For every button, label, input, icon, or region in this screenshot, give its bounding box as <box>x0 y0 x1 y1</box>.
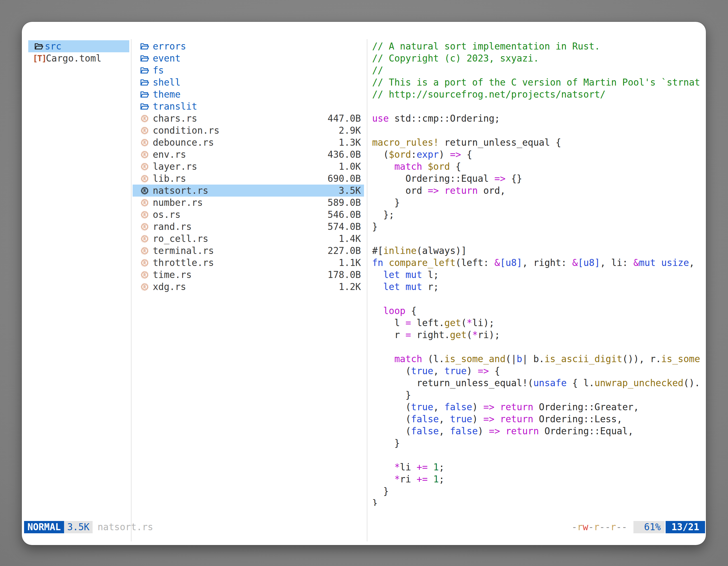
svg-text:R: R <box>143 236 146 241</box>
file-row-terminal.rs[interactable]: Rterminal.rs227.0B <box>133 245 364 257</box>
file-row-ro_cell.rs[interactable]: Rro_cell.rs1.4K <box>133 233 364 245</box>
svg-text:R: R <box>143 200 146 205</box>
file-name: theme <box>153 88 180 100</box>
file-size: 436.0B <box>328 149 361 161</box>
file-size: 690.0B <box>328 173 361 185</box>
file-name: xdg.rs <box>153 281 186 293</box>
file-size: 546.0B <box>328 209 361 221</box>
svg-text:R: R <box>143 128 146 133</box>
svg-text:R: R <box>143 261 146 266</box>
file-row-time.rs[interactable]: Rtime.rs178.0B <box>133 269 364 281</box>
file-name: fs <box>153 64 164 76</box>
file-row-os.rs[interactable]: Ros.rs546.0B <box>133 209 364 221</box>
svg-text:R: R <box>143 188 146 193</box>
file-row-lib.rs[interactable]: Rlib.rs690.0B <box>133 173 364 185</box>
parent-row-src[interactable]: src <box>28 40 129 52</box>
file-row-errors[interactable]: errors <box>133 40 364 52</box>
panel-separator <box>131 39 131 541</box>
file-name: number.rs <box>153 197 203 209</box>
svg-text:R: R <box>143 152 146 157</box>
file-size: 1.4K <box>339 233 361 245</box>
status-bar: NORMAL 3.5K natsort.rs -rw-r--r-- 61% 13… <box>24 521 705 533</box>
file-name: env.rs <box>153 149 186 161</box>
file-name: rand.rs <box>153 221 192 233</box>
svg-text:R: R <box>143 273 146 278</box>
folder-open-icon <box>140 54 149 63</box>
file-row-debounce.rs[interactable]: Rdebounce.rs1.3K <box>133 137 364 149</box>
file-name: debounce.rs <box>153 137 214 149</box>
svg-text:R: R <box>143 164 146 169</box>
file-name: errors <box>153 40 186 52</box>
cursor-position: 13/21 <box>666 521 705 533</box>
rust-icon: R <box>140 246 149 256</box>
svg-text:R: R <box>143 176 146 181</box>
file-row-event[interactable]: event <box>133 52 364 64</box>
selected-file-size: 3.5K <box>64 521 92 533</box>
svg-text:R: R <box>143 116 146 121</box>
rust-icon: R <box>140 258 149 268</box>
rust-icon: R <box>140 126 149 135</box>
file-size: 1.0K <box>339 161 361 173</box>
file-size: 1.2K <box>339 281 361 293</box>
file-row-translit[interactable]: translit <box>133 100 364 112</box>
file-name: Cargo.toml <box>46 52 102 64</box>
file-name: event <box>153 52 180 64</box>
svg-text:R: R <box>143 212 146 217</box>
folder-open-icon <box>140 42 149 51</box>
file-name: condition.rs <box>153 125 219 137</box>
file-name: ro_cell.rs <box>153 233 208 245</box>
rust-icon: R <box>140 198 149 208</box>
panel-separator <box>367 39 367 541</box>
selected-file-name: natsort.rs <box>98 521 153 533</box>
file-row-layer.rs[interactable]: Rlayer.rs1.0K <box>133 161 364 173</box>
file-size: 447.0B <box>328 112 361 125</box>
file-size: 3.5K <box>339 185 361 197</box>
svg-text:R: R <box>143 224 146 229</box>
file-row-theme[interactable]: theme <box>133 88 364 100</box>
yazi-file-manager-window: src[T]Cargo.toml errorseventfsshelltheme… <box>22 22 706 545</box>
file-size: 178.0B <box>328 269 361 281</box>
rust-icon: R <box>140 270 149 280</box>
file-name: terminal.rs <box>153 245 214 257</box>
folder-open-icon <box>140 78 149 87</box>
file-size: 1.1K <box>339 257 361 269</box>
file-row-chars.rs[interactable]: Rchars.rs447.0B <box>133 112 364 125</box>
file-size: 574.0B <box>328 221 361 233</box>
current-directory-panel: errorseventfsshellthemetranslitRchars.rs… <box>133 40 364 293</box>
file-name: lib.rs <box>153 173 186 185</box>
file-row-number.rs[interactable]: Rnumber.rs589.0B <box>133 197 364 209</box>
file-size: 1.3K <box>339 137 361 149</box>
file-name: layer.rs <box>153 161 197 173</box>
parent-directory-panel: src[T]Cargo.toml <box>28 40 129 64</box>
file-size: 589.0B <box>328 197 361 209</box>
file-row-xdg.rs[interactable]: Rxdg.rs1.2K <box>133 281 364 293</box>
file-row-fs[interactable]: fs <box>133 64 364 76</box>
file-row-rand.rs[interactable]: Rrand.rs574.0B <box>133 221 364 233</box>
file-size: 2.9K <box>339 125 361 137</box>
rust-icon: R <box>140 282 149 292</box>
file-row-throttle.rs[interactable]: Rthrottle.rs1.1K <box>133 257 364 269</box>
svg-text:R: R <box>143 140 146 145</box>
file-name: throttle.rs <box>153 257 214 269</box>
file-size: 227.0B <box>328 245 361 257</box>
file-name: src <box>45 40 62 52</box>
file-row-condition.rs[interactable]: Rcondition.rs2.9K <box>133 125 364 137</box>
file-name: time.rs <box>153 269 192 281</box>
file-name: shell <box>153 76 180 88</box>
file-preview-panel[interactable]: // A natural sort implementation in Rust… <box>372 40 706 506</box>
folder-open-icon <box>140 90 149 99</box>
file-name: chars.rs <box>153 112 197 125</box>
file-name: natsort.rs <box>153 185 208 197</box>
mode-indicator: NORMAL <box>24 521 64 533</box>
file-name: os.rs <box>153 209 180 221</box>
rust-icon: R <box>140 174 149 184</box>
file-row-shell[interactable]: shell <box>133 76 364 88</box>
parent-row-Cargo.toml[interactable]: [T]Cargo.toml <box>28 52 129 64</box>
svg-text:R: R <box>143 248 146 254</box>
rust-icon: R <box>140 138 149 147</box>
rust-icon: R <box>140 234 149 244</box>
file-row-env.rs[interactable]: Renv.rs436.0B <box>133 149 364 161</box>
folder-open-icon <box>34 42 44 51</box>
file-row-natsort.rs[interactable]: Rnatsort.rs3.5K <box>133 185 364 197</box>
svg-text:R: R <box>143 284 146 289</box>
